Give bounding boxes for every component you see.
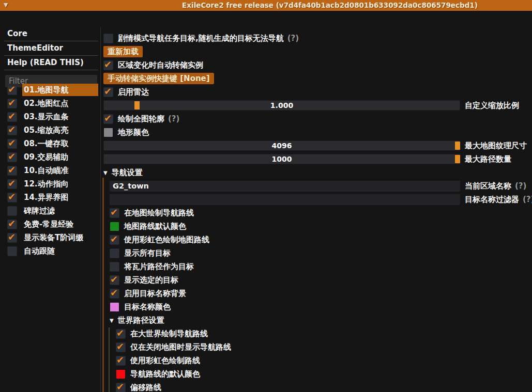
window-body: CoreThemeEditorHelp (READ THIS) Filter ✔… [0, 11, 532, 392]
checkbox[interactable]: ✔ [7, 139, 17, 149]
checkbox[interactable]: ✔ [110, 208, 119, 218]
sidebar-menu-item-help-read-this-[interactable]: Help (READ THIS) [4, 56, 98, 70]
help-marker[interactable]: (?) [168, 114, 179, 123]
checkbox[interactable]: ✔ [7, 152, 17, 162]
plugin-list-item[interactable]: ✔05.缩放高亮 [4, 123, 98, 137]
plugin-label: 01.地图导航 [22, 84, 98, 96]
checkbox[interactable]: ✔ [116, 329, 126, 339]
checkbox[interactable]: ✔ [110, 248, 119, 258]
sidebar-menu-item-themeeditor[interactable]: ThemeEditor [4, 41, 98, 56]
settings-row-checkbox: ✔在地图绘制导航路线 [103, 206, 532, 219]
setting-label: 剧情模式导航任务目标,随机生成的目标无法导航 [118, 34, 284, 43]
checkbox[interactable]: ✔ [103, 114, 113, 124]
help-marker[interactable]: (?) [523, 195, 532, 204]
settings-row-input: 目标名称过滤器(?) [103, 193, 532, 206]
settings-row-slider: 4096最大地图纹理尺寸 [103, 139, 532, 152]
action-button[interactable]: 手动转储实例快捷键 [None] [103, 73, 214, 84]
plugin-list-item[interactable]: ✔09.交易辅助 [4, 150, 98, 164]
checkbox[interactable]: ✔ [7, 126, 17, 135]
setting-label: 区域变化时自动转储实例 [118, 60, 203, 70]
color-swatch[interactable] [110, 222, 119, 231]
text-input[interactable] [110, 194, 460, 205]
setting-label: 绘制全图轮廓 [118, 114, 164, 124]
slider-label: 自定义缩放比例 [465, 101, 519, 111]
checkmark-icon: ✔ [8, 84, 16, 95]
plugin-list-item[interactable]: ✔自动跟随 [4, 244, 98, 258]
checkbox[interactable]: ✔ [103, 60, 113, 70]
plugin-list-item[interactable]: ✔02.地图红点 [4, 97, 98, 110]
checkbox[interactable]: ✔ [7, 99, 17, 108]
plugin-list-item[interactable]: ✔免费-常显经验 [4, 217, 98, 231]
settings-row-color: 导航路线的默认颜色 [103, 367, 532, 381]
slider-track[interactable]: 1000 [103, 154, 460, 164]
checkbox[interactable]: ✔ [7, 246, 17, 256]
checkbox[interactable]: ✔ [103, 34, 113, 43]
checkbox[interactable]: ✔ [116, 383, 126, 392]
setting-label: 将瓦片路径作为目标 [124, 262, 194, 272]
checkmark-icon: ✔ [8, 97, 16, 108]
plugin-label: 03.显示血条 [22, 111, 98, 123]
settings-row-slider: 1000最大路径数量 [103, 152, 532, 166]
checkbox[interactable]: ✔ [7, 85, 17, 95]
checkmark-icon: ✔ [104, 59, 112, 70]
tree-expanded-arrow-icon: ▼ [103, 170, 108, 176]
collapse-arrow-icon[interactable]: ▼ [4, 2, 8, 8]
checkbox[interactable]: ✔ [116, 342, 126, 352]
checkbox[interactable]: ✔ [116, 356, 126, 366]
slider-value: 4096 [104, 142, 460, 150]
slider-track[interactable]: 1.000 [103, 100, 460, 111]
checkbox[interactable]: ✔ [7, 219, 17, 229]
settings-row-checkbox: ✔偏移路线 [103, 381, 532, 392]
checkmark-icon: ✔ [104, 113, 112, 123]
plugin-list-item[interactable]: ✔03.显示血条 [4, 110, 98, 123]
settings-row-input: G2_town当前区域名称(?) [103, 179, 532, 193]
color-swatch[interactable] [103, 128, 113, 137]
plugin-list-item[interactable]: ✔10.自动瞄准 [4, 164, 98, 177]
plugin-list-item[interactable]: ✔12.动作指向 [4, 177, 98, 191]
checkbox[interactable]: ✔ [7, 112, 17, 122]
settings-row-checkbox: ✔使用彩虹色绘制地图路线 [103, 233, 532, 246]
checkbox[interactable]: ✔ [7, 233, 17, 243]
checkbox[interactable]: ✔ [103, 87, 113, 97]
setting-label: 显示所有目标 [124, 248, 171, 258]
window-titlebar[interactable]: ▼ ExileCore2 free release (v7d4fa40b1acb… [0, 0, 532, 11]
plugin-list-item[interactable]: ✔显示装备T阶词缀 [4, 231, 98, 244]
text-input[interactable]: G2_town [110, 181, 460, 192]
checkmark-icon: ✔ [8, 137, 16, 148]
color-swatch[interactable] [116, 369, 126, 379]
settings-row-checkbox: ✔使用彩虹色绘制路线 [103, 354, 532, 367]
color-label: 目标名称颜色 [124, 302, 171, 312]
help-marker[interactable]: (?) [287, 34, 299, 43]
settings-row-color: 地形颜色 [103, 126, 532, 139]
checkbox[interactable]: ✔ [110, 289, 119, 299]
setting-label: 在大世界绘制导航路线 [130, 329, 208, 339]
slider-track[interactable]: 4096 [103, 140, 460, 151]
sidebar-menu-item-core[interactable]: Core [4, 27, 98, 41]
checkmark-icon: ✔ [8, 164, 16, 175]
help-marker[interactable]: (?) [515, 181, 526, 191]
settings-row-tree[interactable]: ▼导航设置 [103, 166, 532, 179]
checkbox[interactable]: ✔ [7, 206, 17, 216]
settings-row-checkbox: ✔启用目标名称背景 [103, 287, 532, 300]
setting-label: 偏移路线 [130, 383, 161, 392]
checkbox[interactable]: ✔ [7, 193, 17, 202]
action-button[interactable]: 重新加载 [103, 46, 143, 57]
plugin-list-item[interactable]: ✔14.异界养图 [4, 191, 98, 204]
window-title: ExileCore2 free release (v7d4fa40b1acb2d… [182, 1, 478, 9]
plugin-list-item[interactable]: ✔碑牌过滤 [4, 204, 98, 217]
slider-label: 最大地图纹理尺寸 [465, 141, 527, 151]
checkmark-icon: ✔ [110, 233, 118, 244]
color-label: 地形颜色 [118, 128, 149, 137]
checkbox[interactable]: ✔ [110, 262, 119, 272]
checkmark-icon: ✔ [110, 207, 118, 217]
color-swatch[interactable] [110, 302, 119, 312]
checkbox[interactable]: ✔ [110, 275, 119, 285]
checkmark-icon: ✔ [116, 327, 124, 338]
plugin-list-item[interactable]: ✔08.一键存取 [4, 137, 98, 150]
checkbox[interactable]: ✔ [110, 235, 119, 245]
checkbox[interactable]: ✔ [7, 179, 17, 189]
settings-row-tree[interactable]: ▼世界路径设置 [103, 313, 532, 327]
checkbox[interactable]: ✔ [7, 166, 17, 176]
plugin-label: 14.异界养图 [22, 191, 98, 203]
plugin-list-item[interactable]: ✔01.地图导航 [4, 83, 98, 97]
